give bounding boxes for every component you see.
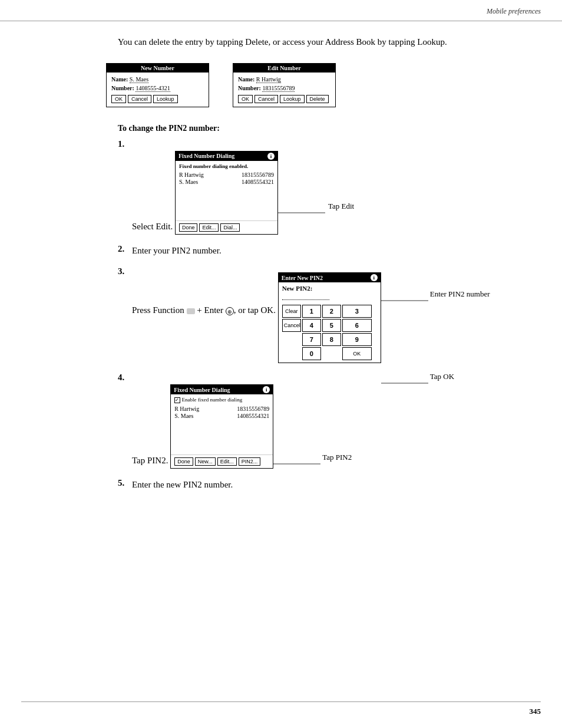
spacer	[282, 333, 301, 346]
edit-number-cancel-button[interactable]: Cancel	[254, 95, 278, 103]
fnd-dial-button[interactable]: Dial...	[220, 223, 240, 232]
enable-fnd-checkbox[interactable]	[174, 397, 180, 403]
step-5: 5. Enter the new PIN2 number.	[118, 478, 515, 492]
step-5-text: Enter the new PIN2 number.	[132, 480, 233, 489]
spacer3	[322, 347, 341, 360]
key-4[interactable]: 4	[302, 319, 321, 332]
fnd-status: Fixed number dialing enabled.	[179, 163, 274, 169]
tap-pin2-callout-label: Tap PIN2	[322, 453, 352, 462]
pin2-value-line	[282, 293, 329, 300]
spacer2	[282, 347, 301, 360]
pin2-dialog: Enter New PIN2 i New PIN2: 1 2 3 Clea	[278, 272, 381, 363]
edit-number-buttons: OK Cancel Lookup Delete	[238, 95, 330, 103]
step-3-content: Press Function + Enter ⊕, or tap OK. Ent…	[132, 266, 515, 363]
edit-number-name-label: Name:	[238, 76, 254, 83]
edit-number-number-label: Number:	[238, 85, 261, 91]
step-1-text: Select Edit.	[132, 222, 173, 231]
header-title: Mobile preferences	[487, 7, 541, 16]
new-number-dialog: New Number Name: S. Maes Number: 1408555…	[106, 63, 209, 107]
edit-number-delete-button[interactable]: Delete	[306, 95, 329, 103]
step-2-content: Enter your PIN2 number.	[132, 244, 515, 258]
tap-edit-callout-line	[278, 207, 372, 219]
fnd-edit-button[interactable]: Edit...	[199, 223, 219, 232]
step-5-content: Enter the new PIN2 number.	[132, 478, 515, 492]
new-number-name-label: Name:	[111, 76, 128, 83]
new-number-cancel-button[interactable]: Cancel	[128, 95, 151, 103]
new-number-name-field: Name: S. Maes	[111, 76, 204, 83]
fnd-dialog-1: Fixed Number Dialing i Fixed number dial…	[175, 151, 278, 235]
step-1-num: 1.	[118, 139, 127, 149]
fnd-checkbox-label: Enable fixed number dialing	[181, 397, 242, 403]
edit-number-body: Name: R Hartwig Number: 18315556789 OK C…	[233, 73, 335, 107]
fnd-number-2: 14085554321	[242, 179, 274, 185]
numbered-steps: 1. Select Edit. Fixed Number Dialing i F…	[118, 139, 515, 492]
enter-key-icon: ⊕	[226, 307, 234, 315]
page-number: 345	[530, 707, 541, 716]
fnd-dialog-2-info-icon: i	[263, 386, 270, 393]
edit-number-name-field: Name: R Hartwig	[238, 76, 330, 83]
new-number-number-label: Number:	[111, 85, 134, 91]
edit-number-number-value: 18315556789	[262, 85, 295, 92]
key-2[interactable]: 2	[322, 305, 341, 318]
edit-number-ok-button[interactable]: OK	[238, 95, 253, 103]
step-5-num: 5.	[118, 478, 127, 488]
fnd-row-2: S. Maes 14085554321	[179, 179, 274, 185]
ok-button[interactable]: OK	[342, 347, 372, 360]
new-number-body: Name: S. Maes Number: 1408555-4321 OK Ca…	[107, 73, 209, 107]
fnd-row-1: R Hartwig 18315556789	[179, 172, 274, 178]
fnd-dialog-2: Fixed Number Dialing i Enable fixed numb…	[170, 384, 273, 469]
tap-ok-callout-label: Tap OK	[430, 372, 454, 381]
fnd-dialog-2-body: Enable fixed number dialing R Hartwig 18…	[171, 394, 273, 454]
key-8[interactable]: 8	[322, 333, 341, 346]
fnd2-edit-button[interactable]: Edit...	[217, 457, 237, 466]
clear-button[interactable]: Clear	[282, 305, 301, 318]
key-9[interactable]: 9	[342, 333, 372, 346]
new-number-title: New Number	[107, 64, 209, 73]
fnd2-name-2: S. Maes	[174, 413, 193, 419]
step-1: 1. Select Edit. Fixed Number Dialing i F…	[118, 139, 515, 235]
pin2-keypad: 1 2 3 Clear 4 5 6 Cancel 7 8 9	[279, 302, 381, 363]
fnd-name-2: S. Maes	[179, 179, 198, 185]
page-header: Mobile preferences	[0, 0, 562, 21]
step-3-diagram: Enter New PIN2 i New PIN2: 1 2 3 Clea	[278, 272, 381, 363]
new-number-lookup-button[interactable]: Lookup	[153, 95, 178, 103]
fnd2-row-1: R Hartwig 18315556789	[174, 406, 269, 412]
new-number-name-value: S. Maes	[130, 76, 148, 83]
step-4-text: Tap PIN2.	[132, 456, 168, 465]
key-5[interactable]: 5	[322, 319, 341, 332]
key-6[interactable]: 6	[342, 319, 372, 332]
key-0[interactable]: 0	[302, 347, 321, 360]
key-3[interactable]: 3	[342, 305, 372, 318]
fnd2-done-button[interactable]: Done	[174, 457, 193, 466]
step-2: 2. Enter your PIN2 number.	[118, 244, 515, 258]
fnd2-number-1: 18315556789	[237, 406, 269, 412]
key-1[interactable]: 1	[302, 305, 321, 318]
new-number-ok-button[interactable]: OK	[111, 95, 126, 103]
fnd-dialog-1-footer: Done Edit... Dial...	[176, 220, 277, 234]
pin2-title-bar: Enter New PIN2 i	[279, 273, 381, 282]
key-7[interactable]: 7	[302, 333, 321, 346]
step-2-text: Enter your PIN2 number.	[132, 246, 222, 255]
fnd2-row-2: S. Maes 14085554321	[174, 413, 269, 419]
fnd-number-1: 18315556789	[242, 172, 274, 178]
function-key-icon	[187, 308, 195, 314]
pin2-header: New PIN2:	[279, 282, 381, 293]
step-1-content: Select Edit. Fixed Number Dialing i Fixe…	[132, 139, 515, 235]
step-1-diagram: Fixed Number Dialing i Fixed number dial…	[175, 145, 278, 235]
fnd-info-icon: i	[267, 153, 275, 160]
edit-number-title: Edit Number	[233, 64, 335, 73]
step-3-num: 3.	[118, 266, 127, 276]
edit-number-lookup-button[interactable]: Lookup	[280, 95, 305, 103]
fnd2-new-button[interactable]: New...	[195, 457, 216, 466]
section-heading: To change the PIN2 number:	[118, 124, 515, 133]
step-4-diagram: Fixed Number Dialing i Enable fixed numb…	[170, 378, 273, 469]
fnd2-pin2-button[interactable]: PIN2...	[239, 457, 261, 466]
fnd-empty-area	[179, 186, 274, 218]
cancel-button[interactable]: Cancel	[282, 319, 301, 332]
step-3: 3. Press Function + Enter ⊕, or tap OK. …	[118, 266, 515, 363]
pin2-value-row	[279, 293, 381, 302]
fnd-name-1: R Hartwig	[179, 172, 204, 178]
pin2-info-icon: i	[371, 274, 378, 281]
fnd-checkbox-row: Enable fixed number dialing	[174, 397, 269, 403]
fnd-done-button[interactable]: Done	[179, 223, 198, 232]
